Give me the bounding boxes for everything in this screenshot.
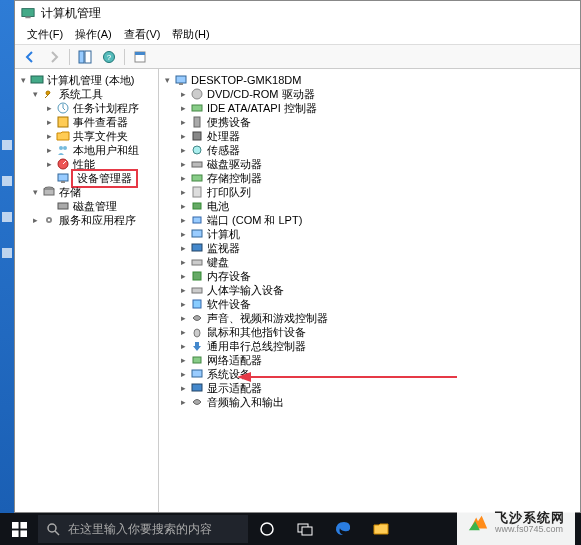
expander-icon[interactable]: ▸	[177, 158, 189, 170]
titlebar[interactable]: 计算机管理	[15, 1, 580, 25]
expander-icon[interactable]: ▸	[177, 396, 189, 408]
tree-local-users[interactable]: ▸ 本地用户和组	[15, 143, 158, 157]
expander-icon[interactable]: ▸	[177, 368, 189, 380]
expander-icon[interactable]: ▸	[43, 144, 55, 156]
expander-icon[interactable]: ▾	[17, 74, 29, 86]
tree-label: 声音、视频和游戏控制器	[205, 311, 328, 326]
tree-system-tools[interactable]: ▾ 系统工具	[15, 87, 158, 101]
expander-icon[interactable]: ▸	[177, 354, 189, 366]
expander-icon[interactable]: ▸	[43, 158, 55, 170]
device-category-item[interactable]: ▸端口 (COM 和 LPT)	[159, 213, 580, 227]
expander-icon[interactable]: ▾	[161, 74, 173, 86]
device-category-item[interactable]: ▸显示适配器	[159, 381, 580, 395]
expander-icon[interactable]: ▸	[177, 242, 189, 254]
expander-icon[interactable]: ▸	[177, 256, 189, 268]
device-category-item[interactable]: ▸网络适配器	[159, 353, 580, 367]
svg-line-50	[55, 531, 59, 535]
tree-root-local[interactable]: ▾ 计算机管理 (本地)	[15, 73, 158, 87]
taskbar-search[interactable]: 在这里输入你要搜索的内容	[38, 515, 248, 543]
device-tree-root[interactable]: ▾ DESKTOP-GMK18DM	[159, 73, 580, 87]
expander-icon[interactable]: ▸	[29, 214, 41, 226]
device-category-item[interactable]: ▸内存设备	[159, 269, 580, 283]
expander-icon[interactable]: ▾	[29, 88, 41, 100]
tree-disk-mgmt[interactable]: 磁盘管理	[15, 199, 158, 213]
svg-rect-40	[193, 357, 201, 363]
tree-label: 存储控制器	[205, 171, 262, 186]
svg-rect-1	[25, 17, 30, 19]
expander-icon[interactable]: ▸	[177, 88, 189, 100]
device-category-item[interactable]: ▸传感器	[159, 143, 580, 157]
expander-icon[interactable]: ▾	[29, 186, 41, 198]
expander-icon[interactable]: ▸	[177, 284, 189, 296]
svg-rect-33	[192, 230, 202, 237]
show-hide-tree-button[interactable]	[74, 47, 96, 67]
expander-icon[interactable]: ▸	[177, 298, 189, 310]
svg-rect-41	[192, 370, 202, 377]
tree-event-viewer[interactable]: ▸ 事件查看器	[15, 115, 158, 129]
tree-device-manager[interactable]: 设备管理器	[15, 171, 158, 185]
help-button[interactable]: ?	[98, 47, 120, 67]
expander-icon[interactable]: ▸	[177, 228, 189, 240]
tree-label: 本地用户和组	[71, 143, 139, 158]
expander-icon[interactable]: ▸	[43, 130, 55, 142]
expander-icon[interactable]: ▸	[177, 144, 189, 156]
svg-point-51	[261, 523, 273, 535]
task-view-button[interactable]	[286, 513, 324, 545]
device-category-item[interactable]: ▸磁盘驱动器	[159, 157, 580, 171]
device-category-item[interactable]: ▸声音、视频和游戏控制器	[159, 311, 580, 325]
expander-icon[interactable]: ▸	[177, 172, 189, 184]
device-category-item[interactable]: ▸鼠标和其他指针设备	[159, 325, 580, 339]
expander-icon[interactable]: ▸	[177, 312, 189, 324]
forward-button[interactable]	[43, 47, 65, 67]
expander-icon[interactable]: ▸	[177, 186, 189, 198]
device-category-item[interactable]: ▸系统设备	[159, 367, 580, 381]
tree-task-scheduler[interactable]: ▸ 任务计划程序	[15, 101, 158, 115]
right-tree-pane[interactable]: ▾ DESKTOP-GMK18DM ▸DVD/CD-ROM 驱动器▸IDE AT…	[159, 69, 580, 512]
device-category-item[interactable]: ▸通用串行总线控制器	[159, 339, 580, 353]
explorer-button[interactable]	[362, 513, 400, 545]
expander-icon[interactable]: ▸	[43, 116, 55, 128]
expander-icon[interactable]: ▸	[177, 340, 189, 352]
svg-point-27	[193, 146, 201, 154]
cortana-button[interactable]	[248, 513, 286, 545]
device-category-item[interactable]: ▸音频输入和输出	[159, 395, 580, 409]
start-button[interactable]	[0, 513, 38, 545]
svg-text:?: ?	[107, 53, 112, 62]
menu-view[interactable]: 查看(V)	[118, 25, 167, 44]
expander-icon[interactable]: ▸	[43, 102, 55, 114]
device-category-item[interactable]: ▸计算机	[159, 227, 580, 241]
left-tree-pane[interactable]: ▾ 计算机管理 (本地) ▾ 系统工具 ▸ 任务计划程序 ▸ 事件查看器 ▸	[15, 69, 159, 512]
device-category-item[interactable]: ▸键盘	[159, 255, 580, 269]
device-category-item[interactable]: ▸监视器	[159, 241, 580, 255]
menu-action[interactable]: 操作(A)	[69, 25, 118, 44]
expander-icon[interactable]: ▸	[177, 382, 189, 394]
device-category-item[interactable]: ▸电池	[159, 199, 580, 213]
device-category-item[interactable]: ▸人体学输入设备	[159, 283, 580, 297]
menu-file[interactable]: 文件(F)	[21, 25, 69, 44]
expander-icon[interactable]: ▸	[177, 116, 189, 128]
device-category-item[interactable]: ▸打印队列	[159, 185, 580, 199]
expander-icon[interactable]: ▸	[177, 326, 189, 338]
edge-button[interactable]	[324, 513, 362, 545]
menu-help[interactable]: 帮助(H)	[166, 25, 215, 44]
device-category-item[interactable]: ▸IDE ATA/ATAPI 控制器	[159, 101, 580, 115]
device-category-item[interactable]: ▸处理器	[159, 129, 580, 143]
device-category-item[interactable]: ▸软件设备	[159, 297, 580, 311]
expander-icon[interactable]: ▸	[177, 214, 189, 226]
properties-button[interactable]	[129, 47, 151, 67]
tree-label: 服务和应用程序	[57, 213, 136, 228]
expander-icon[interactable]: ▸	[177, 102, 189, 114]
tree-services-apps[interactable]: ▸ 服务和应用程序	[15, 213, 158, 227]
toolbar-separator	[69, 49, 70, 65]
menubar: 文件(F) 操作(A) 查看(V) 帮助(H)	[15, 25, 580, 45]
expander-icon[interactable]: ▸	[177, 270, 189, 282]
expander-icon[interactable]: ▸	[177, 130, 189, 142]
svg-point-39	[194, 329, 200, 337]
device-category-item[interactable]: ▸存储控制器	[159, 171, 580, 185]
tree-label: 软件设备	[205, 297, 251, 312]
expander-icon[interactable]: ▸	[177, 200, 189, 212]
tree-shared-folders[interactable]: ▸ 共享文件夹	[15, 129, 158, 143]
device-category-item[interactable]: ▸DVD/CD-ROM 驱动器	[159, 87, 580, 101]
device-category-item[interactable]: ▸便携设备	[159, 115, 580, 129]
back-button[interactable]	[19, 47, 41, 67]
